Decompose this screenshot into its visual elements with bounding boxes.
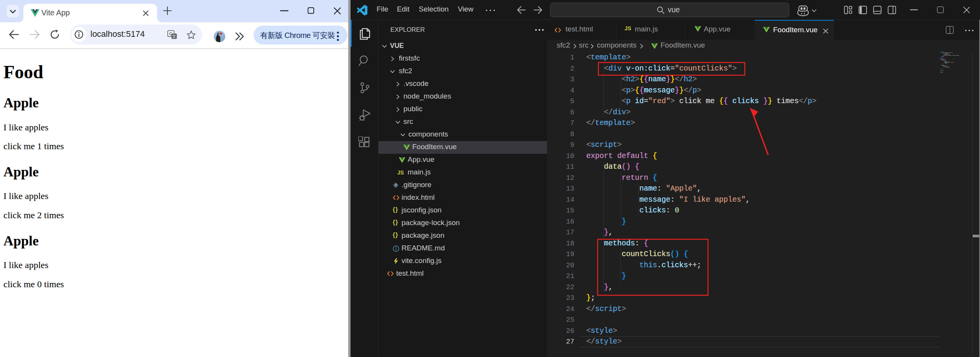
svg-text:文: 文 xyxy=(172,34,176,38)
